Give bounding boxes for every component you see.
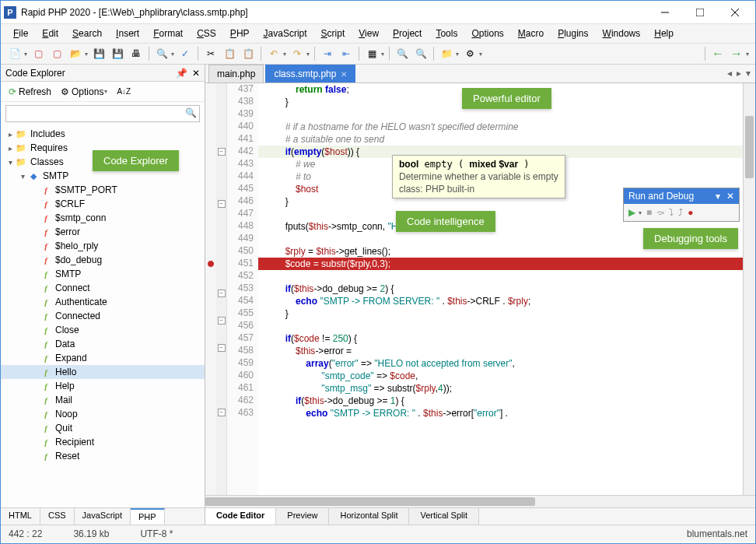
- project-button[interactable]: 📁: [439, 46, 454, 61]
- menu-javascript[interactable]: JavaScript: [257, 26, 313, 40]
- tree-item[interactable]: fMail: [1, 393, 205, 407]
- outdent-button[interactable]: ⇤: [338, 46, 354, 61]
- tree-item[interactable]: f$smtp_conn: [1, 211, 205, 225]
- debug-panel-close-icon[interactable]: ✕: [726, 191, 734, 202]
- menu-macro[interactable]: Macro: [512, 26, 550, 40]
- tree-item[interactable]: f$CRLF: [1, 197, 205, 211]
- breakpoint-gutter[interactable]: [205, 83, 216, 495]
- lang-tab-php[interactable]: PHP: [131, 508, 165, 525]
- tree-item[interactable]: fClose: [1, 323, 205, 337]
- tree-item[interactable]: fConnected: [1, 309, 205, 323]
- cut-button[interactable]: ✂: [203, 46, 219, 61]
- paste-button[interactable]: 📋: [240, 46, 256, 61]
- search-icon[interactable]: 🔍: [185, 107, 197, 118]
- menu-help[interactable]: Help: [648, 26, 680, 40]
- menu-php[interactable]: PHP: [224, 26, 256, 40]
- menu-edit[interactable]: Edit: [36, 26, 65, 40]
- editor-tab[interactable]: Horizontal Split: [329, 508, 409, 525]
- tree-item[interactable]: fReset: [1, 449, 205, 463]
- stop-button[interactable]: ■: [646, 207, 652, 218]
- tree-item[interactable]: fExpand: [1, 351, 205, 365]
- explorer-tree[interactable]: ▸📁Includes▸📁Requires▾📁Classes▾◆SMTPf$SMT…: [1, 125, 205, 507]
- tree-item[interactable]: f$helo_rply: [1, 239, 205, 253]
- find-button[interactable]: 🔍: [394, 46, 410, 61]
- editor-tab[interactable]: Code Editor: [205, 508, 276, 525]
- tab-list-icon[interactable]: ▾: [746, 68, 751, 79]
- new-file-button[interactable]: 📄: [7, 46, 23, 61]
- menu-insert[interactable]: Insert: [110, 26, 145, 40]
- file-tab[interactable]: main.php: [208, 65, 264, 82]
- tree-item[interactable]: fSMTP: [1, 267, 205, 281]
- run-button[interactable]: ▶: [628, 207, 635, 218]
- copy-button[interactable]: 📋: [222, 46, 237, 61]
- tree-item[interactable]: fHelp: [1, 379, 205, 393]
- tab-next-icon[interactable]: ▸: [737, 68, 741, 79]
- code-body[interactable]: return false; } # if a hostname for the …: [258, 83, 755, 495]
- debug-panel[interactable]: Run and Debug ▾ ✕ ▶▾ ■ ⤼ ⤵ ⤴ ●: [623, 188, 740, 222]
- minimize-button[interactable]: [647, 2, 682, 23]
- browser-button[interactable]: ▦: [364, 46, 380, 61]
- tree-item[interactable]: fQuit: [1, 421, 205, 435]
- find-replace-button[interactable]: 🔍: [413, 46, 429, 61]
- maximize-button[interactable]: [682, 2, 717, 23]
- file-tab[interactable]: class.smtp.php✕: [265, 65, 355, 82]
- print-button[interactable]: 🖶: [128, 46, 144, 61]
- menu-view[interactable]: View: [352, 26, 385, 40]
- menu-options[interactable]: Options: [465, 26, 509, 40]
- tree-item[interactable]: fConnect: [1, 281, 205, 295]
- menu-search[interactable]: Search: [66, 26, 108, 40]
- new-html-button[interactable]: ▢: [30, 46, 46, 61]
- menu-format[interactable]: Format: [147, 26, 189, 40]
- tree-item[interactable]: ▸📁Includes: [1, 127, 205, 141]
- code-viewport[interactable]: −−−−−− 437438439440441442443444445446447…: [205, 83, 755, 495]
- search-button[interactable]: 🔍: [154, 46, 170, 61]
- tab-prev-icon[interactable]: ◂: [727, 68, 732, 79]
- lang-tab-javascript[interactable]: JavaScript: [75, 508, 131, 525]
- step-into-button[interactable]: ⤵: [669, 207, 674, 218]
- menu-project[interactable]: Project: [387, 26, 428, 40]
- search-input[interactable]: [5, 105, 200, 122]
- lang-tab-html[interactable]: HTML: [1, 508, 40, 525]
- step-over-button[interactable]: ⤼: [656, 207, 664, 218]
- settings-button[interactable]: ⚙: [462, 46, 478, 61]
- undo-button[interactable]: ↶: [266, 46, 282, 61]
- menu-tools[interactable]: Tools: [429, 26, 464, 40]
- nav-forward-button[interactable]: →: [729, 46, 744, 61]
- tree-item[interactable]: fRecipient: [1, 435, 205, 449]
- menu-script[interactable]: Script: [315, 26, 352, 40]
- tree-item[interactable]: fAuthenticate: [1, 295, 205, 309]
- new-css-button[interactable]: ▢: [49, 46, 65, 61]
- sort-button[interactable]: A↓Z: [114, 86, 134, 97]
- refresh-button[interactable]: ⟳ Refresh: [5, 85, 54, 99]
- close-button[interactable]: [717, 2, 752, 23]
- panel-close-icon[interactable]: ✕: [192, 68, 200, 79]
- nav-back-button[interactable]: ←: [710, 46, 726, 61]
- spellcheck-button[interactable]: ✓: [177, 46, 193, 61]
- tree-item[interactable]: fHello: [1, 365, 205, 379]
- tree-item[interactable]: fNoop: [1, 407, 205, 421]
- debug-panel-menu-icon[interactable]: ▾: [716, 191, 720, 202]
- lang-tab-css[interactable]: CSS: [40, 508, 75, 525]
- editor-tab[interactable]: Preview: [276, 508, 329, 525]
- open-button[interactable]: 📂: [68, 46, 83, 61]
- menu-windows[interactable]: Windows: [597, 26, 647, 40]
- menu-file[interactable]: File: [7, 26, 34, 40]
- tree-item[interactable]: f$do_debug: [1, 253, 205, 267]
- record-button[interactable]: ●: [688, 207, 693, 218]
- tree-item[interactable]: fData: [1, 337, 205, 351]
- tree-item[interactable]: f$error: [1, 225, 205, 239]
- vertical-scrollbar[interactable]: [743, 83, 755, 495]
- save-all-button[interactable]: 💾: [110, 46, 125, 61]
- indent-button[interactable]: ⇥: [320, 46, 335, 61]
- save-button[interactable]: 💾: [91, 46, 107, 61]
- step-out-button[interactable]: ⤴: [678, 207, 683, 218]
- menu-css[interactable]: CSS: [191, 26, 222, 40]
- debug-panel-header[interactable]: Run and Debug ▾ ✕: [624, 188, 739, 204]
- horizontal-scrollbar[interactable]: [205, 495, 755, 507]
- editor-tab[interactable]: Vertical Split: [409, 508, 479, 525]
- pin-icon[interactable]: 📌: [176, 68, 187, 79]
- menu-plugins[interactable]: Plugins: [551, 26, 594, 40]
- fold-gutter[interactable]: −−−−−−: [216, 83, 227, 495]
- redo-button[interactable]: ↷: [289, 46, 305, 61]
- tree-item[interactable]: f$SMTP_PORT: [1, 183, 205, 197]
